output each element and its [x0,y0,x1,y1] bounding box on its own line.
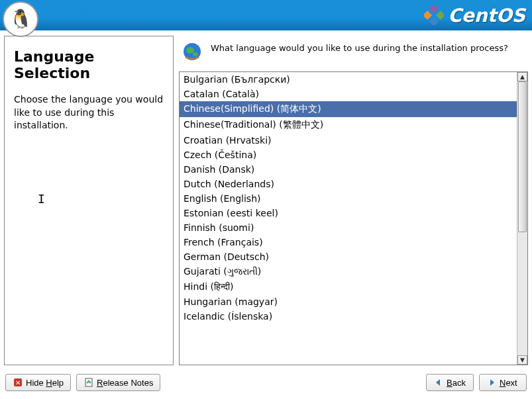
scroll-down-button[interactable]: ▼ [517,355,527,365]
language-item[interactable]: Gujarati (ગુજરાતી) [180,264,517,279]
brand-text: CentOS [448,5,525,26]
language-item[interactable]: Chinese(Simplified) (简体中文) [180,101,517,117]
help-panel: Language Selection Choose the language y… [4,36,174,365]
language-list-container: Bulgarian (Български)Catalan (Català)Chi… [179,71,528,365]
globe-icon [182,41,203,62]
language-item[interactable]: German (Deutsch) [180,249,517,264]
language-item[interactable]: Czech (Čeština) [180,148,517,162]
main-panel: What language would you like to use duri… [179,36,528,365]
penguin-icon: 🐧 [9,10,32,28]
next-label: Next [500,378,517,388]
svg-rect-0 [429,5,439,13]
page-title: Language Selection [14,48,164,81]
content-area: Language Selection Choose the language y… [0,30,532,369]
language-item[interactable]: Catalan (Català) [180,87,517,101]
language-item[interactable]: Bulgarian (Български) [180,72,517,87]
language-item[interactable]: Hindi (हिन्दी) [180,279,517,294]
svg-point-5 [186,47,194,54]
svg-point-6 [193,52,198,56]
installer-header: 🐧 CentOS [0,0,532,30]
release-notes-button[interactable]: Release Notes [76,374,160,391]
hide-help-label: Hide Help [26,378,64,388]
language-item[interactable]: Icelandic (Íslenska) [180,309,517,324]
language-item[interactable]: Dutch (Nederlands) [180,177,517,191]
back-arrow-icon [433,377,444,388]
centos-logo-icon [424,5,444,25]
back-label: Back [447,378,466,388]
language-item[interactable]: Estonian (eesti keel) [180,206,517,220]
language-item[interactable]: Croatian (Hrvatski) [180,133,517,148]
language-item[interactable]: Hungarian (magyar) [180,294,517,309]
svg-rect-3 [429,17,439,25]
brand: CentOS [424,5,525,26]
language-item[interactable]: Danish (Dansk) [180,162,517,177]
distro-logo-badge: 🐧 [3,1,38,37]
svg-rect-9 [85,378,92,386]
footer-toolbar: ✕ Hide Help Release Notes Back Next [0,369,532,396]
next-arrow-icon [486,377,497,388]
scroll-thumb[interactable] [518,81,527,232]
back-button[interactable]: Back [426,374,474,391]
next-button[interactable]: Next [479,374,527,391]
scroll-track[interactable] [517,81,527,355]
scroll-up-button[interactable]: ▲ [517,72,527,81]
page-help-text: Choose the language you would like to us… [14,93,164,132]
scrollbar[interactable]: ▲ ▼ [517,72,527,365]
hide-help-icon: ✕ [13,377,23,388]
language-item[interactable]: English (English) [180,191,517,206]
prompt-text: What language would you like to use duri… [211,41,508,54]
release-notes-label: Release Notes [97,378,153,388]
svg-rect-2 [424,11,432,20]
language-item[interactable]: Chinese(Traditional) (繁體中文) [180,117,517,133]
language-item[interactable]: French (Français) [180,235,517,249]
hide-help-button[interactable]: ✕ Hide Help [5,374,71,391]
svg-text:✕: ✕ [15,379,21,386]
release-notes-icon [83,377,94,388]
prompt-row: What language would you like to use duri… [179,36,528,71]
language-list[interactable]: Bulgarian (Български)Catalan (Català)Chi… [180,72,517,365]
language-item[interactable]: Finnish (suomi) [180,220,517,235]
svg-rect-1 [436,11,444,20]
